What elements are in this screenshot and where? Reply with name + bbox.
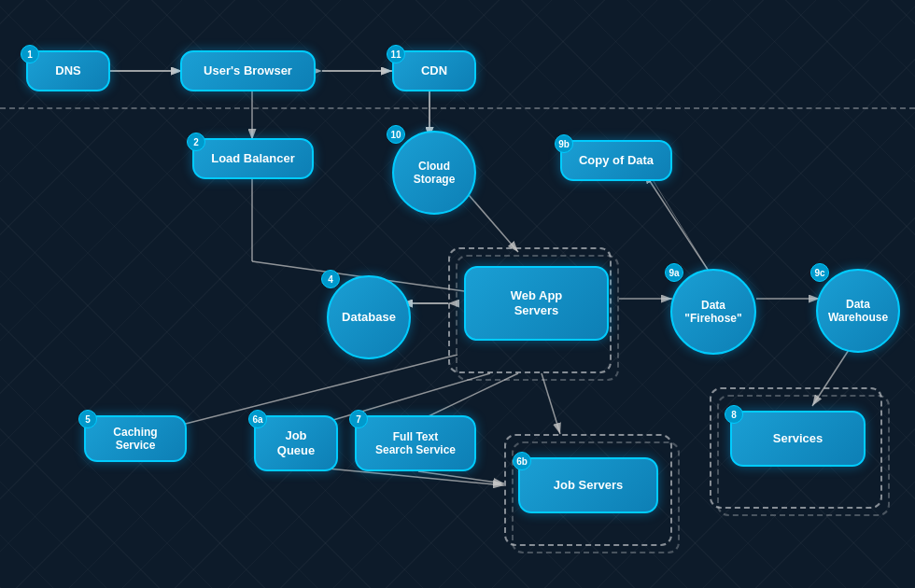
- svg-line-14: [644, 173, 711, 275]
- full-text-search-node: 7 Full TextSearch Service: [355, 415, 476, 471]
- load-balancer-label: Load Balancer: [211, 151, 295, 166]
- data-warehouse-node: 9c DataWarehouse: [816, 269, 900, 353]
- full-text-search-badge: 7: [349, 410, 368, 428]
- dns-badge: 1: [21, 45, 39, 63]
- cloud-storage-label: CloudStorage: [414, 160, 456, 187]
- dns-label: DNS: [55, 63, 80, 78]
- data-warehouse-label: DataWarehouse: [828, 298, 888, 325]
- data-firehose-node: 9a Data"Firehose": [670, 269, 756, 355]
- job-queue-node: 6a JobQueue: [254, 415, 338, 471]
- services-node: 8 Services: [730, 411, 866, 467]
- job-queue-label: JobQueue: [277, 428, 315, 457]
- dns-node: 1 DNS: [26, 50, 110, 91]
- job-servers-node: 6b Job Servers: [518, 457, 658, 513]
- web-app-servers-node: Web AppServers: [464, 266, 609, 341]
- copy-of-data-badge: 9b: [555, 134, 573, 153]
- cdn-badge: 11: [387, 45, 405, 63]
- load-balancer-node: 2 Load Balancer: [192, 138, 314, 179]
- svg-line-21: [542, 373, 560, 434]
- users-browser-node: User's Browser: [180, 50, 316, 91]
- job-servers-badge: 6b: [513, 452, 531, 470]
- web-app-servers-label: Web AppServers: [511, 288, 563, 317]
- services-badge: 8: [725, 405, 743, 424]
- database-badge: 4: [321, 270, 340, 288]
- copy-of-data-node: 9b Copy of Data: [560, 140, 672, 181]
- diagram-canvas: 1 DNS User's Browser 11 CDN 2 Load Balan…: [0, 0, 915, 588]
- load-balancer-badge: 2: [187, 133, 205, 151]
- cdn-node: 11 CDN: [392, 50, 476, 91]
- separator-line: [0, 107, 915, 109]
- job-queue-badge: 6a: [248, 410, 267, 428]
- database-label: Database: [342, 310, 396, 325]
- services-label: Services: [773, 431, 824, 446]
- copy-of-data-label: Copy of Data: [579, 153, 654, 168]
- svg-line-23: [418, 471, 504, 483]
- caching-service-label: CachingService: [113, 426, 157, 453]
- job-servers-label: Job Servers: [554, 478, 623, 493]
- full-text-search-label: Full TextSearch Service: [375, 430, 456, 457]
- caching-service-node: 5 CachingService: [84, 415, 187, 462]
- cdn-label: CDN: [421, 63, 447, 78]
- cloud-storage-badge: 10: [387, 125, 405, 144]
- users-browser-label: User's Browser: [204, 63, 292, 78]
- cloud-storage-node: 10 CloudStorage: [392, 131, 476, 215]
- database-node: 4 Database: [327, 275, 411, 359]
- data-firehose-badge: 9a: [665, 263, 683, 282]
- data-firehose-label: Data"Firehose": [684, 299, 741, 326]
- data-warehouse-badge: 9c: [810, 263, 829, 282]
- svg-line-15: [644, 166, 711, 275]
- caching-service-badge: 5: [78, 410, 97, 428]
